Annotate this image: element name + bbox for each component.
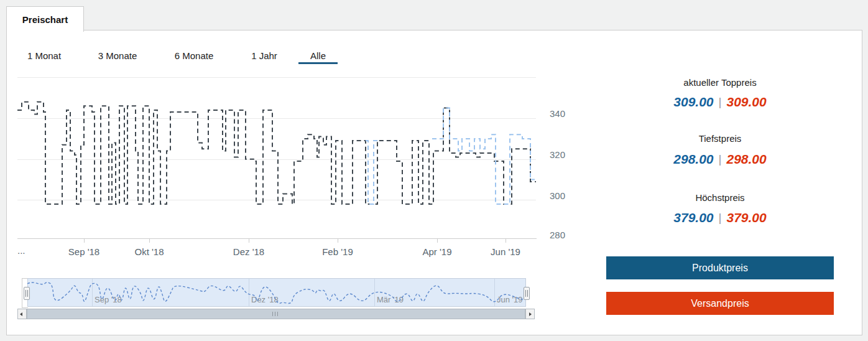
navigator-gridline	[92, 279, 93, 306]
stat-label-tiefstpreis: Tiefstpreis	[606, 133, 834, 144]
hoechstpreis-blue-value: 379.00	[673, 210, 713, 225]
range-filter-1-monat[interactable]: 1 Monat	[10, 50, 78, 62]
x-axis-tick	[249, 239, 249, 243]
navigator-label-sep18: Sep '18	[95, 295, 122, 305]
x-tick-label-dez18: Dez '18	[221, 246, 277, 258]
navigator-label-mar19: Mär '19	[377, 295, 404, 305]
toppreis-orange-value: 309.00	[726, 95, 766, 110]
tiefstpreis-blue-value: 298.00	[673, 152, 713, 167]
versandpreis-button[interactable]: Versandpreis	[606, 292, 834, 315]
y-tick-label-280: 280	[550, 230, 577, 241]
scrollbar-left-arrow-icon[interactable]	[17, 309, 27, 319]
scrollbar-right-arrow-icon[interactable]	[525, 309, 535, 319]
navigator-gridline	[494, 279, 495, 306]
tiefstpreis-orange-value: 298.00	[726, 152, 766, 167]
navigator-label-jun19: Jun '19	[497, 295, 523, 305]
stat-values-tiefstpreis: 298.00 | 298.00	[606, 152, 834, 167]
x-tick-label-jun19: Jun '19	[478, 246, 533, 258]
x-tick-label-sep18: Sep '18	[56, 246, 112, 258]
gridline-320	[17, 159, 536, 160]
x-tick-label-okt18: Okt '18	[121, 246, 177, 258]
y-tick-label-300: 300	[550, 190, 577, 202]
stat-values-hoechstpreis: 379.00 | 379.00	[606, 210, 834, 225]
scrollbar-track[interactable]	[27, 309, 525, 319]
x-axis-tick	[338, 239, 338, 243]
x-axis-tick	[437, 239, 438, 243]
stat-values-toppreis: 309.00 | 309.00	[606, 95, 834, 110]
scrollbar-grip-icon[interactable]	[272, 312, 273, 316]
navigator-left-handle[interactable]	[24, 287, 30, 300]
preischart-widget: Preischart 1 Monat 3 Monate 6 Monate 1 J…	[0, 0, 868, 341]
tab-label: Preischart	[22, 14, 68, 25]
navigator-gridline	[249, 279, 249, 306]
range-filter-alle[interactable]: Alle	[298, 50, 338, 64]
x-axis-line	[17, 238, 537, 239]
gridline-300	[17, 200, 536, 200]
y-tick-label-320: 320	[550, 149, 577, 161]
price-separator: |	[714, 95, 727, 109]
produktpreis-button[interactable]: Produktpreis	[606, 256, 834, 279]
toppreis-blue-value: 309.00	[673, 95, 713, 110]
x-tick-label-feb19: Feb '19	[310, 246, 366, 258]
x-axis-tick	[506, 239, 506, 243]
tab-preischart[interactable]: Preischart	[6, 6, 84, 32]
gridline-360	[17, 77, 536, 78]
hoechstpreis-orange-value: 379.00	[726, 210, 766, 225]
x-axis-tick	[84, 239, 85, 243]
gridline-340	[17, 118, 536, 119]
stat-label-toppreis: aktueller Toppreis	[606, 77, 834, 88]
range-filter-1-jahr[interactable]: 1 Jahr	[230, 50, 298, 62]
navigator-gridline	[374, 279, 375, 306]
price-separator: |	[714, 152, 727, 166]
navigator-right-handle[interactable]	[524, 287, 530, 300]
range-filter-6-monate[interactable]: 6 Monate	[160, 50, 228, 62]
navigator-label-dez18: Dez '18	[251, 295, 279, 305]
x-tick-label-ellipsis: ...	[17, 245, 25, 256]
y-tick-label-340: 340	[550, 108, 577, 119]
stat-label-hoechstpreis: Höchstpreis	[606, 192, 834, 203]
range-filter-3-monate[interactable]: 3 Monate	[83, 50, 152, 62]
price-separator: |	[714, 211, 727, 225]
x-axis-tick	[149, 239, 150, 243]
x-tick-label-apr19: Apr '19	[409, 246, 465, 258]
